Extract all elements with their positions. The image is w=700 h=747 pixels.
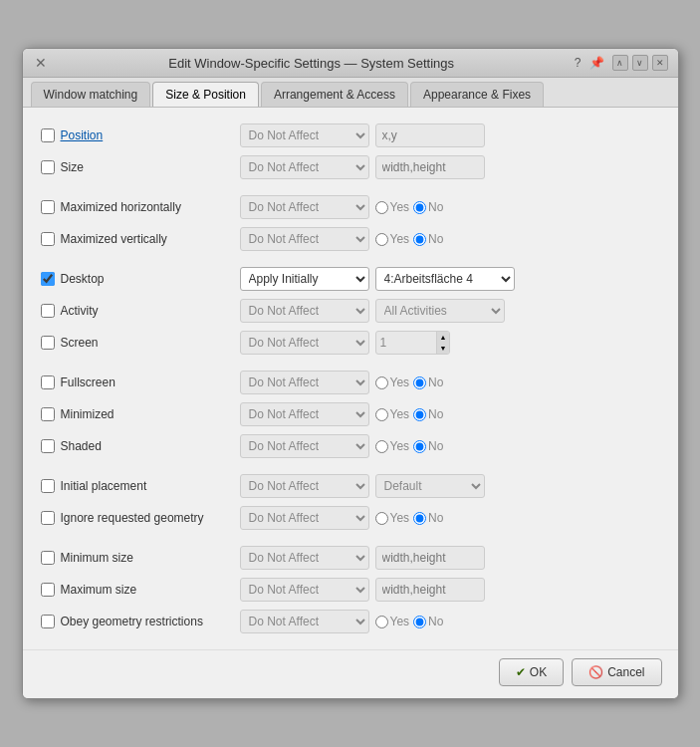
maximized-h-no-label[interactable]: No <box>413 200 443 214</box>
tab-arrangement-access[interactable]: Arrangement & Access <box>261 82 408 107</box>
footer: ✔ OK 🚫 Cancel <box>23 649 678 698</box>
obey-geometry-no-radio[interactable] <box>413 616 426 628</box>
maximum-size-value[interactable] <box>375 578 485 602</box>
minimized-checkbox[interactable] <box>41 407 55 421</box>
fullscreen-yesno: Yes No <box>375 375 444 389</box>
obey-geometry-yes-label[interactable]: Yes <box>375 615 410 628</box>
desktop-value-select[interactable]: 4:Arbeitsfläche 4 <box>375 267 515 291</box>
screen-spin-down[interactable]: ▼ <box>437 343 450 354</box>
shaded-yes-radio[interactable] <box>375 440 388 453</box>
fullscreen-affect-select[interactable]: Do Not Affect <box>240 371 369 394</box>
activity-controls: Do Not Affect Apply Initially Force Reme… <box>240 299 660 323</box>
screen-checkbox[interactable] <box>41 336 55 350</box>
ignore-geometry-affect-select[interactable]: Do Not Affect <box>240 506 369 530</box>
shaded-yes-label[interactable]: Yes <box>375 439 410 453</box>
cancel-button[interactable]: 🚫 Cancel <box>572 658 661 686</box>
maximized-v-checkbox[interactable] <box>41 232 55 246</box>
maximized-v-yes-label[interactable]: Yes <box>375 232 410 246</box>
minimize-button[interactable]: ∧ <box>612 55 628 71</box>
screen-spin-up[interactable]: ▲ <box>437 332 450 343</box>
screen-spinbox: ▲ ▼ <box>375 331 451 355</box>
fullscreen-yes-label[interactable]: Yes <box>375 375 410 389</box>
tab-window-matching[interactable]: Window matching <box>31 82 151 107</box>
activity-value-select[interactable]: All Activities <box>375 299 505 323</box>
minimized-yes-radio[interactable] <box>375 408 388 421</box>
fullscreen-no-radio[interactable] <box>413 376 426 389</box>
shaded-affect-select[interactable]: Do Not Affect <box>240 434 369 458</box>
position-checkbox[interactable] <box>41 128 55 142</box>
fullscreen-controls: Do Not Affect Yes No <box>240 371 660 394</box>
initial-placement-value-select[interactable]: Default <box>375 474 485 498</box>
desktop-affect-select[interactable]: Do Not Affect Apply Initially Force Reme… <box>240 267 369 291</box>
obey-geometry-no-label[interactable]: No <box>413 615 443 628</box>
row-position-label: Position <box>41 128 240 142</box>
maximized-h-checkbox[interactable] <box>41 200 55 214</box>
maximized-v-no-radio[interactable] <box>413 233 426 246</box>
row-maximized-h-label: Maximized horizontally <box>41 200 240 214</box>
maximized-h-yes-label[interactable]: Yes <box>375 200 410 214</box>
minimized-affect-select[interactable]: Do Not Affect <box>240 402 369 426</box>
tab-appearance-fixes[interactable]: Appearance & Fixes <box>410 82 544 107</box>
ignore-geometry-no-radio[interactable] <box>413 512 426 525</box>
shaded-no-label[interactable]: No <box>413 439 443 453</box>
obey-geometry-affect-select[interactable]: Do Not Affect <box>240 610 369 633</box>
maximized-v-yes-radio[interactable] <box>375 233 388 246</box>
row-shaded: Shaded Do Not Affect Yes No <box>39 430 662 462</box>
initial-placement-affect-select[interactable]: Do Not Affect <box>240 474 369 498</box>
maximum-size-affect-select[interactable]: Do Not Affect <box>240 578 369 602</box>
maximized-v-label: Maximized vertically <box>61 232 167 246</box>
row-fullscreen: Fullscreen Do Not Affect Yes No <box>39 367 662 398</box>
shaded-checkbox[interactable] <box>41 439 55 453</box>
size-value[interactable] <box>375 155 485 179</box>
screen-spin-input[interactable] <box>376 332 436 354</box>
initial-placement-controls: Do Not Affect Default <box>240 474 660 498</box>
row-obey-geometry: Obey geometry restrictions Do Not Affect… <box>39 606 662 637</box>
ignore-geometry-yes-radio[interactable] <box>375 512 388 525</box>
divider-1 <box>39 183 662 191</box>
maximized-v-no-label[interactable]: No <box>413 232 443 246</box>
row-screen-label: Screen <box>41 336 240 350</box>
ignore-geometry-no-label[interactable]: No <box>413 511 443 525</box>
tab-bar: Window matching Size & Position Arrangem… <box>23 78 678 108</box>
minimum-size-checkbox[interactable] <box>41 551 55 565</box>
position-affect-select[interactable]: Do Not Affect Apply Initially Force Reme… <box>240 124 369 147</box>
row-maximum-size: Maximum size Do Not Affect <box>39 574 662 606</box>
minimized-no-radio[interactable] <box>413 408 426 421</box>
size-checkbox[interactable] <box>41 160 55 174</box>
minimum-size-value[interactable] <box>375 546 485 570</box>
position-value[interactable] <box>375 124 485 147</box>
ignore-geometry-checkbox[interactable] <box>41 511 55 525</box>
size-affect-select[interactable]: Do Not Affect Apply Initially Force Reme… <box>240 155 369 179</box>
help-icon[interactable]: ? <box>575 56 582 70</box>
desktop-checkbox[interactable] <box>41 272 55 286</box>
ok-button[interactable]: ✔ OK <box>499 658 564 686</box>
position-label[interactable]: Position <box>61 128 104 142</box>
maximized-h-no-radio[interactable] <box>413 201 426 214</box>
maximize-button[interactable]: ∨ <box>632 55 648 71</box>
close-button[interactable]: ✕ <box>652 55 668 71</box>
maximum-size-checkbox[interactable] <box>41 583 55 597</box>
pin-icon[interactable]: 📌 <box>589 56 604 70</box>
fullscreen-no-label[interactable]: No <box>413 375 443 389</box>
position-controls: Do Not Affect Apply Initially Force Reme… <box>240 124 660 147</box>
maximized-v-affect-select[interactable]: Do Not Affect Apply Initially Force Reme… <box>240 227 369 251</box>
fullscreen-yes-radio[interactable] <box>375 376 388 389</box>
minimized-no-label[interactable]: No <box>413 407 443 421</box>
ignore-geometry-yes-label[interactable]: Yes <box>375 511 410 525</box>
ignore-geometry-yesno: Yes No <box>375 511 444 525</box>
initial-placement-checkbox[interactable] <box>41 479 55 493</box>
fullscreen-checkbox[interactable] <box>41 375 55 389</box>
screen-affect-select[interactable]: Do Not Affect Apply Initially Force Reme… <box>240 331 369 355</box>
activity-affect-select[interactable]: Do Not Affect Apply Initially Force Reme… <box>240 299 369 323</box>
maximized-h-yes-radio[interactable] <box>375 201 388 214</box>
activity-checkbox[interactable] <box>41 304 55 318</box>
shaded-no-radio[interactable] <box>413 440 426 453</box>
maximized-h-label: Maximized horizontally <box>61 200 181 214</box>
minimum-size-affect-select[interactable]: Do Not Affect <box>240 546 369 570</box>
obey-geometry-yes-radio[interactable] <box>375 616 388 628</box>
minimum-size-controls: Do Not Affect <box>240 546 660 570</box>
minimized-yes-label[interactable]: Yes <box>375 407 410 421</box>
maximized-h-affect-select[interactable]: Do Not Affect Apply Initially Force Reme… <box>240 195 369 219</box>
tab-size-position[interactable]: Size & Position <box>152 82 259 107</box>
obey-geometry-checkbox[interactable] <box>41 615 55 628</box>
